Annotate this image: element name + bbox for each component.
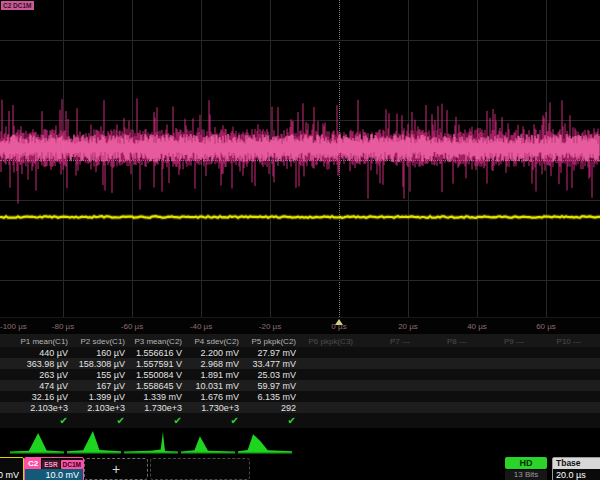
measure-value: 1.730e+3 [201, 403, 239, 413]
trigger-position-marker[interactable] [335, 319, 343, 325]
timebase-title: Tbase [553, 458, 600, 469]
measure-value-row: 474 µV167 µV1.558645 V10.031 mV59.97 mV [0, 380, 600, 391]
hd-mode-badge[interactable]: HD [505, 457, 547, 469]
measure-value: 474 µV [39, 381, 68, 391]
measure-value-row: 363.98 µV158.308 µV1.557591 V2.968 mV33.… [0, 358, 600, 369]
measure-col-header-p8[interactable]: P8 --- [447, 337, 467, 346]
measure-value: 27.97 mV [257, 348, 296, 358]
measure-value: 2.200 mV [200, 348, 239, 358]
time-axis: -100 µs-80 µs-60 µs-40 µs-20 µs0 µs20 µs… [0, 317, 600, 335]
c2-esr-badge: ESR [42, 460, 59, 469]
measure-col-header-p2[interactable]: P2 sdev(C1) [81, 337, 125, 346]
measure-value: 2.103e+3 [30, 403, 68, 413]
measure-col-header-p3[interactable]: P3 mean(C2) [134, 337, 182, 346]
measure-status-check: ✔ [117, 415, 125, 426]
measure-value: 158.308 µV [79, 359, 125, 369]
time-tick-label: -80 µs [52, 322, 74, 331]
measure-value: 1.558645 V [136, 381, 182, 391]
waveform-grid: C2 DC1M [0, 0, 600, 317]
histicon-p3[interactable] [124, 429, 178, 455]
time-tick-label: -60 µs [121, 322, 143, 331]
measure-value: 263 µV [39, 370, 68, 380]
time-tick-label: -40 µs [190, 322, 212, 331]
channel-descriptor-c2[interactable]: C2 ESR DC1M 10.0 mV [24, 457, 84, 480]
measure-value-row: 440 µV160 µV1.556616 V2.200 mV27.97 mV [0, 347, 600, 358]
measure-value: 1.557591 V [136, 359, 182, 369]
histicon-p5[interactable] [238, 429, 292, 455]
c1-vertical-scale: 10.0 mV [0, 469, 23, 480]
measure-value: 160 µV [96, 348, 125, 358]
time-tick-label: 40 µs [467, 322, 487, 331]
measure-value: 1.339 mV [143, 392, 182, 402]
time-tick-label: -20 µs [259, 322, 281, 331]
measure-header-row: P1 mean(C1)P2 sdev(C1)P3 mean(C2)P4 sdev… [0, 334, 600, 347]
hd-bits-label: 13 Bits [505, 470, 547, 480]
measure-value: 1.550084 V [136, 370, 182, 380]
measure-value: 1.891 mV [200, 370, 239, 380]
c2-label: C2 [25, 458, 41, 469]
measure-status-check: ✔ [174, 415, 182, 426]
measure-value: 10.031 mV [195, 381, 239, 391]
measure-table: P1 mean(C1)P2 sdev(C1)P3 mean(C2)P4 sdev… [0, 334, 600, 428]
measure-status-check: ✔ [60, 415, 68, 426]
add-trace-button[interactable]: + [84, 458, 148, 480]
measure-col-header-p10[interactable]: P10 --- [557, 337, 581, 346]
measure-value: 1.556616 V [136, 348, 182, 358]
measure-value: 292 [281, 403, 296, 413]
measure-value-row: 2.103e+32.103e+31.730e+31.730e+3292 [0, 402, 600, 413]
measure-status-row: ✔✔✔✔✔ [0, 413, 600, 428]
measure-value: 59.97 mV [257, 381, 296, 391]
measure-value: 363.98 µV [27, 359, 68, 369]
oscilloscope-screen: C2 DC1M -100 µs-80 µs-60 µs-40 µs-20 µs0… [0, 0, 600, 480]
c2-coupling-badge: DC1M [61, 460, 83, 469]
measure-value: 440 µV [39, 348, 68, 358]
measure-col-header-p5[interactable]: P5 pkpk(C2) [252, 337, 296, 346]
measure-status-check: ✔ [231, 415, 239, 426]
measure-value: 2.968 mV [200, 359, 239, 369]
measure-value: 2.103e+3 [87, 403, 125, 413]
measure-col-header-p7[interactable]: P7 --- [390, 337, 410, 346]
time-tick-label: -100 µs [0, 322, 27, 331]
histicon-row [0, 429, 600, 456]
channel-descriptor-c1[interactable]: C1 DC1M 10.0 mV [0, 457, 24, 480]
measure-value: 1.399 µV [89, 392, 125, 402]
measure-value-row: 263 µV155 µV1.550084 V1.891 mV25.03 mV [0, 369, 600, 380]
histicon-p1[interactable] [10, 429, 64, 455]
timebase-descriptor[interactable]: Tbase 20.0 µs [552, 457, 600, 480]
timebase-value: 20.0 µs [553, 469, 600, 480]
measure-value: 155 µV [96, 370, 125, 380]
measure-value: 25.03 mV [257, 370, 296, 380]
measure-value: 167 µV [96, 381, 125, 391]
measure-value: 32.16 µV [32, 392, 68, 402]
time-tick-label: 60 µs [536, 322, 556, 331]
measure-col-header-p9[interactable]: P9 --- [504, 337, 524, 346]
time-tick-label: 20 µs [398, 322, 418, 331]
measure-value: 1.676 mV [200, 392, 239, 402]
measure-value: 33.477 mV [252, 359, 296, 369]
measure-col-header-p4[interactable]: P4 sdev(C2) [195, 337, 239, 346]
measure-value: 6.135 mV [257, 392, 296, 402]
status-bar: C1 DC1M 10.0 mV C2 ESR DC1M 10.0 mV + HD… [0, 457, 600, 480]
histicon-p2[interactable] [67, 429, 121, 455]
measure-col-header-p6[interactable]: P6 pkpk(C3) [309, 337, 353, 346]
measure-col-header-p1[interactable]: P1 mean(C1) [20, 337, 68, 346]
trace-c1[interactable] [0, 0, 600, 317]
measure-status-check: ✔ [288, 415, 296, 426]
measure-value-row: 32.16 µV1.399 µV1.339 mV1.676 mV6.135 mV [0, 391, 600, 402]
histicon-p4[interactable] [181, 429, 235, 455]
trace-label-badge[interactable]: C2 DC1M [1, 1, 34, 10]
measure-value: 1.730e+3 [144, 403, 182, 413]
add-trace-slot[interactable] [150, 458, 250, 480]
c2-vertical-scale: 10.0 mV [25, 469, 83, 480]
